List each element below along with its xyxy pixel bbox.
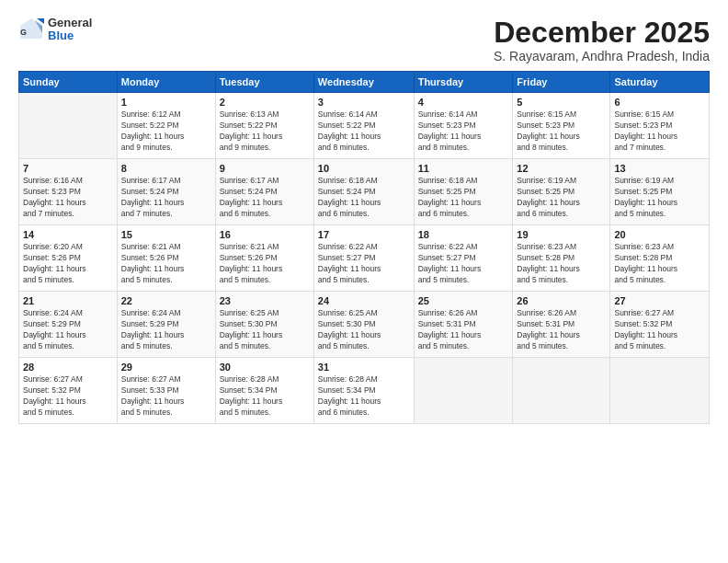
calendar-header-friday: Friday [513,72,610,93]
header: G General Blue December 2025 S. Rayavara… [18,17,710,63]
day-number: 14 [23,229,113,240]
day-number: 2 [220,97,310,108]
page: G General Blue December 2025 S. Rayavara… [0,0,728,563]
day-number: 31 [318,362,410,373]
day-number: 10 [318,163,410,174]
calendar-header-saturday: Saturday [610,72,710,93]
logo-blue: Blue [48,29,92,42]
calendar-cell [513,358,610,424]
day-info: Sunrise: 6:27 AMSunset: 5:32 PMDaylight:… [23,374,113,419]
day-info: Sunrise: 6:27 AMSunset: 5:32 PMDaylight:… [614,308,705,352]
calendar-cell: 8Sunrise: 6:17 AMSunset: 5:24 PMDaylight… [117,159,215,225]
calendar-week-2: 14Sunrise: 6:20 AMSunset: 5:26 PMDayligh… [19,225,710,292]
day-info: Sunrise: 6:18 AMSunset: 5:24 PMDaylight:… [318,176,410,220]
day-number: 17 [318,229,410,240]
calendar-cell: 7Sunrise: 6:16 AMSunset: 5:23 PMDaylight… [19,159,118,225]
day-info: Sunrise: 6:25 AMSunset: 5:30 PMDaylight:… [318,308,410,352]
calendar-cell: 30Sunrise: 6:28 AMSunset: 5:34 PMDayligh… [215,358,313,424]
calendar-week-3: 21Sunrise: 6:24 AMSunset: 5:29 PMDayligh… [19,292,710,358]
calendar-cell: 11Sunrise: 6:18 AMSunset: 5:25 PMDayligh… [414,159,513,225]
calendar-cell: 21Sunrise: 6:24 AMSunset: 5:29 PMDayligh… [19,292,118,358]
logo-general: General [48,17,92,29]
calendar: SundayMondayTuesdayWednesdayThursdayFrid… [18,71,710,424]
day-number: 5 [517,97,606,108]
day-number: 11 [418,163,509,174]
calendar-cell: 31Sunrise: 6:28 AMSunset: 5:34 PMDayligh… [313,358,414,424]
day-info: Sunrise: 6:17 AMSunset: 5:24 PMDaylight:… [121,176,211,220]
day-info: Sunrise: 6:21 AMSunset: 5:26 PMDaylight:… [220,242,310,286]
calendar-cell: 4Sunrise: 6:14 AMSunset: 5:23 PMDaylight… [414,93,513,159]
day-info: Sunrise: 6:26 AMSunset: 5:31 PMDaylight:… [418,308,509,352]
calendar-header-sunday: Sunday [19,72,118,93]
calendar-cell: 12Sunrise: 6:19 AMSunset: 5:25 PMDayligh… [513,159,610,225]
day-number: 8 [121,163,211,174]
calendar-header-monday: Monday [117,72,215,93]
calendar-cell: 3Sunrise: 6:14 AMSunset: 5:22 PMDaylight… [313,93,414,159]
day-info: Sunrise: 6:17 AMSunset: 5:24 PMDaylight:… [220,176,310,220]
day-number: 24 [318,295,410,306]
calendar-cell: 14Sunrise: 6:20 AMSunset: 5:26 PMDayligh… [19,225,118,292]
day-number: 4 [418,97,509,108]
calendar-header-tuesday: Tuesday [215,72,313,93]
calendar-cell: 5Sunrise: 6:15 AMSunset: 5:23 PMDaylight… [513,93,610,159]
day-info: Sunrise: 6:14 AMSunset: 5:22 PMDaylight:… [318,109,410,154]
calendar-cell: 15Sunrise: 6:21 AMSunset: 5:26 PMDayligh… [117,225,215,292]
day-info: Sunrise: 6:19 AMSunset: 5:25 PMDaylight:… [517,176,606,220]
day-number: 13 [614,163,705,174]
day-number: 15 [121,229,211,240]
day-info: Sunrise: 6:22 AMSunset: 5:27 PMDaylight:… [318,242,410,286]
day-number: 28 [23,362,113,373]
calendar-cell: 10Sunrise: 6:18 AMSunset: 5:24 PMDayligh… [313,159,414,225]
day-number: 12 [517,163,606,174]
day-number: 18 [418,229,509,240]
day-info: Sunrise: 6:14 AMSunset: 5:23 PMDaylight:… [418,109,509,154]
day-info: Sunrise: 6:18 AMSunset: 5:25 PMDaylight:… [418,176,509,220]
logo-text: General Blue [48,17,92,43]
calendar-cell: 29Sunrise: 6:27 AMSunset: 5:33 PMDayligh… [117,358,215,424]
calendar-week-0: 1Sunrise: 6:12 AMSunset: 5:22 PMDaylight… [19,93,710,159]
day-info: Sunrise: 6:23 AMSunset: 5:28 PMDaylight:… [517,242,606,286]
calendar-cell: 27Sunrise: 6:27 AMSunset: 5:32 PMDayligh… [610,292,710,358]
calendar-cell: 13Sunrise: 6:19 AMSunset: 5:25 PMDayligh… [610,159,710,225]
calendar-week-4: 28Sunrise: 6:27 AMSunset: 5:32 PMDayligh… [19,358,710,424]
calendar-header-thursday: Thursday [414,72,513,93]
calendar-cell [610,358,710,424]
day-number: 20 [614,229,705,240]
calendar-cell: 23Sunrise: 6:25 AMSunset: 5:30 PMDayligh… [215,292,313,358]
day-info: Sunrise: 6:22 AMSunset: 5:27 PMDaylight:… [418,242,509,286]
location-title: S. Rayavaram, Andhra Pradesh, India [494,49,710,63]
day-number: 1 [121,97,211,108]
day-info: Sunrise: 6:16 AMSunset: 5:23 PMDaylight:… [23,176,113,220]
calendar-cell: 16Sunrise: 6:21 AMSunset: 5:26 PMDayligh… [215,225,313,292]
calendar-cell: 28Sunrise: 6:27 AMSunset: 5:32 PMDayligh… [19,358,118,424]
day-number: 3 [318,97,410,108]
calendar-week-1: 7Sunrise: 6:16 AMSunset: 5:23 PMDaylight… [19,159,710,225]
calendar-cell: 18Sunrise: 6:22 AMSunset: 5:27 PMDayligh… [414,225,513,292]
calendar-cell: 22Sunrise: 6:24 AMSunset: 5:29 PMDayligh… [117,292,215,358]
day-number: 23 [220,295,310,306]
calendar-cell: 2Sunrise: 6:13 AMSunset: 5:22 PMDaylight… [215,93,313,159]
calendar-cell: 20Sunrise: 6:23 AMSunset: 5:28 PMDayligh… [610,225,710,292]
calendar-cell: 1Sunrise: 6:12 AMSunset: 5:22 PMDaylight… [117,93,215,159]
title-block: December 2025 S. Rayavaram, Andhra Prade… [494,17,710,63]
calendar-header-wednesday: Wednesday [313,72,414,93]
day-info: Sunrise: 6:23 AMSunset: 5:28 PMDaylight:… [614,242,705,286]
calendar-cell: 25Sunrise: 6:26 AMSunset: 5:31 PMDayligh… [414,292,513,358]
day-info: Sunrise: 6:12 AMSunset: 5:22 PMDaylight:… [121,109,211,154]
svg-text:G: G [20,28,27,37]
day-info: Sunrise: 6:21 AMSunset: 5:26 PMDaylight:… [121,242,211,286]
day-number: 21 [23,295,113,306]
calendar-cell [19,93,118,159]
logo: G General Blue [18,17,92,43]
day-info: Sunrise: 6:25 AMSunset: 5:30 PMDaylight:… [220,308,310,352]
day-info: Sunrise: 6:28 AMSunset: 5:34 PMDaylight:… [220,374,310,419]
day-info: Sunrise: 6:28 AMSunset: 5:34 PMDaylight:… [318,374,410,419]
day-info: Sunrise: 6:24 AMSunset: 5:29 PMDaylight:… [121,308,211,352]
calendar-header-row: SundayMondayTuesdayWednesdayThursdayFrid… [19,72,710,93]
day-number: 30 [220,362,310,373]
calendar-cell: 9Sunrise: 6:17 AMSunset: 5:24 PMDaylight… [215,159,313,225]
calendar-cell: 17Sunrise: 6:22 AMSunset: 5:27 PMDayligh… [313,225,414,292]
logo-icon: G [18,17,44,42]
day-number: 16 [220,229,310,240]
day-number: 27 [614,295,705,306]
